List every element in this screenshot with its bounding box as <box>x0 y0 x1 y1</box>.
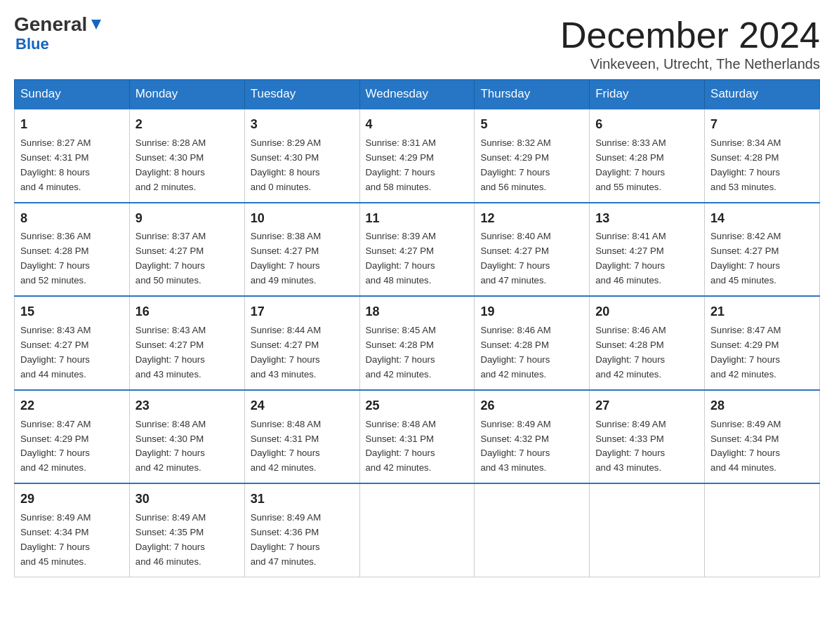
day-number: 4 <box>366 115 469 135</box>
calendar-cell: 19Sunrise: 8:46 AM Sunset: 4:28 PM Dayli… <box>475 296 590 390</box>
calendar-cell: 3Sunrise: 8:29 AM Sunset: 4:30 PM Daylig… <box>244 109 359 203</box>
day-info: Sunrise: 8:47 AM Sunset: 4:29 PM Dayligh… <box>710 325 781 380</box>
day-info: Sunrise: 8:41 AM Sunset: 4:27 PM Dayligh… <box>595 231 666 286</box>
day-number: 22 <box>20 396 124 416</box>
day-number: 13 <box>595 209 699 229</box>
calendar-cell: 15Sunrise: 8:43 AM Sunset: 4:27 PM Dayli… <box>15 296 130 390</box>
calendar-week-row: 22Sunrise: 8:47 AM Sunset: 4:29 PM Dayli… <box>15 390 820 484</box>
calendar-cell: 31Sunrise: 8:49 AM Sunset: 4:36 PM Dayli… <box>244 483 359 577</box>
day-info: Sunrise: 8:37 AM Sunset: 4:27 PM Dayligh… <box>135 231 206 286</box>
calendar-cell: 25Sunrise: 8:48 AM Sunset: 4:31 PM Dayli… <box>359 390 475 484</box>
day-info: Sunrise: 8:43 AM Sunset: 4:27 PM Dayligh… <box>135 325 206 380</box>
weekday-header-sunday: Sunday <box>15 80 130 109</box>
calendar-cell <box>359 483 475 577</box>
calendar-table: SundayMondayTuesdayWednesdayThursdayFrid… <box>14 79 820 577</box>
weekday-header-wednesday: Wednesday <box>359 80 475 109</box>
day-info: Sunrise: 8:49 AM Sunset: 4:35 PM Dayligh… <box>135 512 206 567</box>
calendar-week-row: 8Sunrise: 8:36 AM Sunset: 4:28 PM Daylig… <box>15 203 820 297</box>
day-number: 18 <box>366 302 469 322</box>
day-info: Sunrise: 8:48 AM Sunset: 4:30 PM Dayligh… <box>135 419 206 474</box>
day-info: Sunrise: 8:38 AM Sunset: 4:27 PM Dayligh… <box>251 231 321 286</box>
title-section: December 2024 Vinkeveen, Utrecht, The Ne… <box>560 14 820 72</box>
day-number: 1 <box>20 115 124 135</box>
day-info: Sunrise: 8:42 AM Sunset: 4:27 PM Dayligh… <box>710 231 781 286</box>
day-info: Sunrise: 8:43 AM Sunset: 4:27 PM Dayligh… <box>20 325 91 380</box>
logo-arrow-icon <box>88 17 104 32</box>
day-info: Sunrise: 8:44 AM Sunset: 4:27 PM Dayligh… <box>251 325 321 380</box>
calendar-cell: 2Sunrise: 8:28 AM Sunset: 4:30 PM Daylig… <box>129 109 244 203</box>
logo-general-label: General <box>14 14 87 36</box>
calendar-cell: 12Sunrise: 8:40 AM Sunset: 4:27 PM Dayli… <box>475 203 590 297</box>
weekday-header-saturday: Saturday <box>705 80 820 109</box>
calendar-cell: 11Sunrise: 8:39 AM Sunset: 4:27 PM Dayli… <box>359 203 475 297</box>
day-info: Sunrise: 8:49 AM Sunset: 4:34 PM Dayligh… <box>20 512 91 567</box>
day-info: Sunrise: 8:46 AM Sunset: 4:28 PM Dayligh… <box>595 325 666 380</box>
location-text: Vinkeveen, Utrecht, The Netherlands <box>560 56 820 72</box>
day-number: 6 <box>595 115 699 135</box>
day-number: 25 <box>366 396 469 416</box>
calendar-cell: 20Sunrise: 8:46 AM Sunset: 4:28 PM Dayli… <box>590 296 705 390</box>
day-info: Sunrise: 8:49 AM Sunset: 4:32 PM Dayligh… <box>480 419 550 474</box>
logo-blue-label: Blue <box>15 36 49 53</box>
day-info: Sunrise: 8:31 AM Sunset: 4:29 PM Dayligh… <box>366 137 436 192</box>
day-info: Sunrise: 8:45 AM Sunset: 4:28 PM Dayligh… <box>366 325 436 380</box>
calendar-cell: 22Sunrise: 8:47 AM Sunset: 4:29 PM Dayli… <box>15 390 130 484</box>
calendar-cell: 5Sunrise: 8:32 AM Sunset: 4:29 PM Daylig… <box>475 109 590 203</box>
day-number: 24 <box>251 396 354 416</box>
day-number: 19 <box>480 302 583 322</box>
calendar-cell: 7Sunrise: 8:34 AM Sunset: 4:28 PM Daylig… <box>705 109 820 203</box>
day-info: Sunrise: 8:48 AM Sunset: 4:31 PM Dayligh… <box>251 419 321 474</box>
day-number: 5 <box>480 115 583 135</box>
page-header: General Blue December 2024 Vinkeveen, Ut… <box>14 14 820 72</box>
calendar-week-row: 1Sunrise: 8:27 AM Sunset: 4:31 PM Daylig… <box>15 109 820 203</box>
day-number: 29 <box>20 490 124 509</box>
calendar-cell: 9Sunrise: 8:37 AM Sunset: 4:27 PM Daylig… <box>129 203 244 297</box>
calendar-cell: 30Sunrise: 8:49 AM Sunset: 4:35 PM Dayli… <box>129 483 244 577</box>
day-info: Sunrise: 8:33 AM Sunset: 4:28 PM Dayligh… <box>595 137 666 192</box>
svg-marker-0 <box>91 20 101 29</box>
day-number: 30 <box>135 490 239 509</box>
weekday-header-monday: Monday <box>129 80 244 109</box>
day-info: Sunrise: 8:46 AM Sunset: 4:28 PM Dayligh… <box>480 325 550 380</box>
calendar-week-row: 15Sunrise: 8:43 AM Sunset: 4:27 PM Dayli… <box>15 296 820 390</box>
logo-general-text: General <box>14 14 104 36</box>
weekday-header-thursday: Thursday <box>475 80 590 109</box>
day-info: Sunrise: 8:49 AM Sunset: 4:34 PM Dayligh… <box>710 419 781 474</box>
logo: General Blue <box>14 14 104 53</box>
day-number: 14 <box>710 209 814 229</box>
calendar-cell: 10Sunrise: 8:38 AM Sunset: 4:27 PM Dayli… <box>244 203 359 297</box>
day-number: 10 <box>251 209 354 229</box>
day-number: 27 <box>595 396 699 416</box>
calendar-cell: 13Sunrise: 8:41 AM Sunset: 4:27 PM Dayli… <box>590 203 705 297</box>
calendar-cell: 23Sunrise: 8:48 AM Sunset: 4:30 PM Dayli… <box>129 390 244 484</box>
day-number: 11 <box>366 209 469 229</box>
calendar-cell: 24Sunrise: 8:48 AM Sunset: 4:31 PM Dayli… <box>244 390 359 484</box>
calendar-cell: 29Sunrise: 8:49 AM Sunset: 4:34 PM Dayli… <box>15 483 130 577</box>
day-number: 16 <box>135 302 239 322</box>
calendar-cell: 8Sunrise: 8:36 AM Sunset: 4:28 PM Daylig… <box>15 203 130 297</box>
day-number: 2 <box>135 115 239 135</box>
day-info: Sunrise: 8:36 AM Sunset: 4:28 PM Dayligh… <box>20 231 91 286</box>
day-info: Sunrise: 8:39 AM Sunset: 4:27 PM Dayligh… <box>366 231 436 286</box>
day-info: Sunrise: 8:34 AM Sunset: 4:28 PM Dayligh… <box>710 137 781 192</box>
day-number: 23 <box>135 396 239 416</box>
calendar-cell: 27Sunrise: 8:49 AM Sunset: 4:33 PM Dayli… <box>590 390 705 484</box>
day-number: 21 <box>710 302 814 322</box>
calendar-cell <box>475 483 590 577</box>
day-number: 7 <box>710 115 814 135</box>
day-info: Sunrise: 8:40 AM Sunset: 4:27 PM Dayligh… <box>480 231 550 286</box>
day-info: Sunrise: 8:28 AM Sunset: 4:30 PM Dayligh… <box>135 137 206 192</box>
calendar-cell: 17Sunrise: 8:44 AM Sunset: 4:27 PM Dayli… <box>244 296 359 390</box>
day-number: 20 <box>595 302 699 322</box>
day-info: Sunrise: 8:49 AM Sunset: 4:33 PM Dayligh… <box>595 419 666 474</box>
day-number: 8 <box>20 209 124 229</box>
day-info: Sunrise: 8:49 AM Sunset: 4:36 PM Dayligh… <box>251 512 321 567</box>
calendar-cell: 14Sunrise: 8:42 AM Sunset: 4:27 PM Dayli… <box>705 203 820 297</box>
day-info: Sunrise: 8:32 AM Sunset: 4:29 PM Dayligh… <box>480 137 550 192</box>
day-number: 9 <box>135 209 239 229</box>
day-number: 17 <box>251 302 354 322</box>
calendar-cell: 21Sunrise: 8:47 AM Sunset: 4:29 PM Dayli… <box>705 296 820 390</box>
day-info: Sunrise: 8:27 AM Sunset: 4:31 PM Dayligh… <box>20 137 91 192</box>
weekday-header-friday: Friday <box>590 80 705 109</box>
calendar-cell: 28Sunrise: 8:49 AM Sunset: 4:34 PM Dayli… <box>705 390 820 484</box>
